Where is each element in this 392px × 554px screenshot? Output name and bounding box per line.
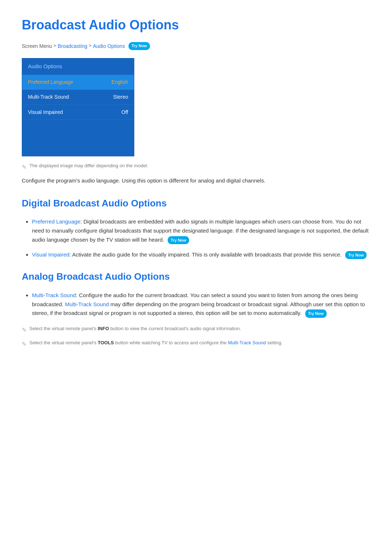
ui-panel-empty-space (22, 120, 134, 156)
breadcrumb-root: Screen Menu (22, 42, 52, 50)
ui-panel-row-label-preferred: Preferred Language (28, 78, 73, 86)
visual-impaired-try-now[interactable]: Try Now (345, 251, 367, 259)
breadcrumb-link-broadcasting[interactable]: Broadcasting (58, 42, 87, 50)
analog-section: Analog Broadcast Audio Options Multi-Tra… (22, 269, 370, 349)
preferred-language-try-now[interactable]: Try Now (168, 236, 189, 244)
list-item-multi-track: Multi-Track Sound: Configure the audio f… (32, 291, 370, 318)
analog-note-tools-text: Select the virtual remote panel's TOOLS … (29, 339, 282, 347)
analog-note-tools: ✎ Select the virtual remote panel's TOOL… (22, 339, 370, 349)
intro-body-text: Configure the program's audio language. … (22, 176, 370, 185)
multi-track-try-now[interactable]: Try Now (305, 309, 327, 317)
ui-panel-header: Audio Options (22, 58, 134, 75)
breadcrumb-try-now-badge[interactable]: Try Now (128, 42, 150, 50)
ui-panel-row-label-visual: Visual Impaired (28, 108, 63, 116)
multi-track-link[interactable]: Multi-Track Sound (32, 292, 76, 298)
analog-section-title: Analog Broadcast Audio Options (22, 269, 370, 284)
ui-panel-row-value-visual: Off (122, 108, 128, 116)
page-title: Broadcast Audio Options (22, 15, 370, 36)
breadcrumb-sep1: > (53, 42, 56, 50)
pencil-icon-2: ✎ (22, 325, 26, 335)
analog-note-info: ✎ Select the virtual remote panel's INFO… (22, 325, 370, 335)
note-image-model: ✎ The displayed image may differ dependi… (22, 162, 370, 172)
info-bold: INFO (98, 326, 109, 331)
analog-note-info-after: button to view the current broadcast's a… (109, 326, 241, 331)
breadcrumb-sep2: > (89, 42, 92, 50)
analog-note-tools-after: button while watching TV to access and c… (114, 340, 228, 345)
ui-panel-row-visual-impaired[interactable]: Visual Impaired Off (22, 105, 134, 120)
multi-track-sound-link-note[interactable]: Multi-Track Sound (228, 340, 266, 345)
ui-panel-row-multi-track[interactable]: Multi-Track Sound Stereo (22, 90, 134, 104)
ui-panel-row-value-multi: Stereo (113, 93, 128, 101)
digital-section: Digital Broadcast Audio Options Preferre… (22, 196, 370, 259)
list-item-visual-impaired: Visual Impaired: Activate the audio guid… (32, 250, 370, 259)
ui-panel-row-preferred-language[interactable]: Preferred Language English (22, 75, 134, 90)
analog-note-tools-end: setting. (266, 340, 283, 345)
pencil-icon-3: ✎ (22, 340, 26, 349)
list-item-preferred-language: Preferred Language: Digital broadcasts a… (32, 217, 370, 244)
visual-impaired-text: : Activate the audio guide for the visua… (69, 251, 342, 258)
analog-bullet-list: Multi-Track Sound: Configure the audio f… (22, 291, 370, 318)
breadcrumb-link-audio-options[interactable]: Audio Options (93, 42, 125, 50)
digital-section-title: Digital Broadcast Audio Options (22, 196, 370, 211)
analog-note-info-text: Select the virtual remote panel's INFO b… (29, 325, 241, 333)
tools-bold: TOOLS (98, 340, 114, 345)
ui-panel-row-label-multi: Multi-Track Sound (28, 93, 69, 101)
note-text: The displayed image may differ depending… (29, 162, 148, 170)
multi-track-link2[interactable]: Multi-Track Sound (65, 301, 109, 307)
preferred-language-link[interactable]: Preferred Language (32, 218, 80, 225)
ui-panel: Audio Options Preferred Language English… (22, 58, 134, 156)
analog-note-info-before: Select the virtual remote panel's (29, 326, 98, 331)
digital-bullet-list: Preferred Language: Digital broadcasts a… (22, 217, 370, 259)
ui-panel-row-value-preferred: English (111, 78, 128, 86)
analog-note-tools-before: Select the virtual remote panel's (29, 340, 98, 345)
breadcrumb: Screen Menu > Broadcasting > Audio Optio… (22, 42, 370, 50)
preferred-language-text: : Digital broadcasts are embedded with a… (32, 218, 368, 243)
pencil-icon: ✎ (22, 163, 26, 172)
visual-impaired-link[interactable]: Visual Impaired (32, 251, 69, 258)
